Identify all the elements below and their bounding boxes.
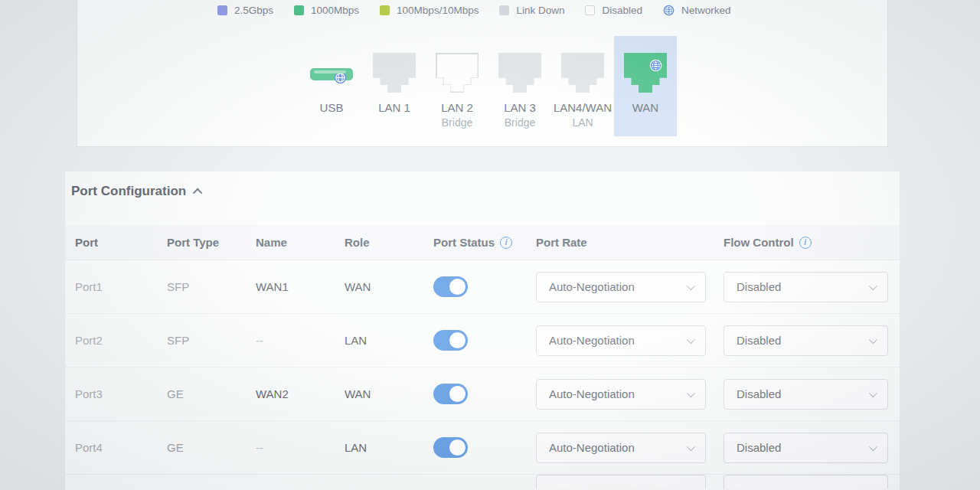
port-status-legend: 2.5Gbps 1000Mbps 100Mbps/10Mbps Link Dow… <box>217 5 731 16</box>
flow-control-select[interactable]: Disabled <box>724 433 888 463</box>
port-rate-select[interactable]: Auto-Negotiation <box>536 379 706 410</box>
port-label: LAN 2 <box>426 101 488 114</box>
role-cell: WAN <box>345 387 433 400</box>
ports-overview-card: 2.5Gbps 1000Mbps 100Mbps/10Mbps Link Dow… <box>77 0 888 147</box>
flow-control-info-icon[interactable] <box>799 237 812 249</box>
ethernet-port-icon <box>436 53 479 93</box>
port-item-lan4-wan[interactable]: LAN4/WAN LAN <box>551 36 614 136</box>
chevron-down-icon <box>687 281 695 289</box>
chevron-down-icon <box>869 281 877 289</box>
port-configuration-section: Port Configuration Port Port Type Name R… <box>65 172 900 490</box>
flow-control-select[interactable]: Disabled <box>724 272 888 302</box>
flow-control-select[interactable] <box>724 475 888 488</box>
legend-item-link-down: Link Down <box>499 5 564 16</box>
legend-item-networked: Networked <box>663 5 731 16</box>
speed-2-5gbps-swatch <box>217 5 227 15</box>
port-configuration-table: Port Port Type Name Role Port Status Por… <box>65 225 900 488</box>
port-rate-select[interactable] <box>536 475 706 488</box>
legend-label: Networked <box>681 5 731 16</box>
port-rate-select[interactable]: Auto-Negotiation <box>536 325 706 356</box>
port-item-usb[interactable]: USB <box>300 36 363 136</box>
legend-item-disabled: Disabled <box>585 5 642 16</box>
table-row-partial <box>65 475 900 488</box>
link-down-swatch <box>499 5 509 15</box>
globe-icon <box>663 5 675 16</box>
port-item-wan[interactable]: WAN <box>614 36 677 136</box>
ports-row: USB LAN 1 LAN 2 Bridge LAN 3 Bridge LAN4… <box>300 36 677 136</box>
legend-label: 100Mbps/10Mbps <box>397 5 479 16</box>
flow-control-select[interactable]: Disabled <box>724 325 888 356</box>
legend-item-100mbps: 100Mbps/10Mbps <box>380 5 479 16</box>
collapse-chevron-icon[interactable] <box>193 188 203 198</box>
name-cell: -- <box>256 441 345 454</box>
column-header-port-rate: Port Rate <box>536 236 724 249</box>
port-configuration-header[interactable]: Port Configuration <box>71 184 202 199</box>
column-header-flow-control: Flow Control <box>724 236 900 249</box>
ethernet-port-icon <box>624 53 667 93</box>
port-type-cell: SFP <box>167 280 256 293</box>
port-type-cell: SFP <box>167 334 256 347</box>
ethernet-port-icon <box>561 53 604 93</box>
port-status-info-icon[interactable] <box>500 237 512 249</box>
port-cell: Port3 <box>75 387 167 400</box>
port-status-toggle[interactable] <box>433 330 468 351</box>
chevron-down-icon <box>687 388 695 397</box>
column-header-port-status: Port Status <box>433 236 536 249</box>
column-header-port-type: Port Type <box>167 236 256 249</box>
port-type-cell: GE <box>167 387 256 400</box>
name-cell: WAN2 <box>256 387 345 400</box>
port-label: WAN <box>614 101 677 114</box>
port-label: LAN 1 <box>363 101 426 114</box>
flow-control-select[interactable]: Disabled <box>724 379 888 410</box>
table-header-row: Port Port Type Name Role Port Status Por… <box>65 225 900 260</box>
section-title: Port Configuration <box>71 184 186 199</box>
port-cell: Port2 <box>75 334 167 347</box>
usb-icon <box>300 51 363 93</box>
port-status-toggle[interactable] <box>433 437 468 458</box>
port-item-lan3[interactable]: LAN 3 Bridge <box>488 36 551 136</box>
legend-item-1000mbps: 1000Mbps <box>294 5 359 16</box>
port-label: LAN4/WAN <box>551 101 614 114</box>
legend-label: Link Down <box>516 5 564 16</box>
legend-item-2-5gbps: 2.5Gbps <box>217 5 273 16</box>
port-status-toggle[interactable] <box>433 276 468 297</box>
name-cell: WAN1 <box>256 280 345 293</box>
column-header-name: Name <box>256 236 345 249</box>
legend-label: Disabled <box>602 5 642 16</box>
port-cell: Port4 <box>75 441 167 454</box>
port-label: LAN 3 <box>488 101 551 114</box>
port-sublabel: Bridge <box>426 116 488 129</box>
speed-1000mbps-swatch <box>294 5 304 15</box>
port-item-lan1[interactable]: LAN 1 <box>363 36 426 136</box>
table-row-port3: Port3 GE WAN2 WAN Auto-Negotiation Disab… <box>65 368 900 421</box>
column-header-port: Port <box>75 236 167 249</box>
port-sublabel: LAN <box>551 116 614 129</box>
port-sublabel: Bridge <box>488 116 551 129</box>
port-label: USB <box>300 101 363 114</box>
ethernet-port-icon <box>373 53 416 93</box>
table-row-port2: Port2 SFP -- LAN Auto-Negotiation Disabl… <box>65 314 900 368</box>
role-cell: LAN <box>345 441 433 454</box>
role-cell: WAN <box>345 280 433 293</box>
speed-100mbps-swatch <box>380 5 390 15</box>
ethernet-port-icon <box>498 53 541 93</box>
chevron-down-icon <box>869 388 877 397</box>
chevron-down-icon <box>687 335 695 343</box>
chevron-down-icon <box>687 442 695 450</box>
port-type-cell: GE <box>167 441 256 454</box>
column-header-role: Role <box>345 236 433 249</box>
legend-label: 1000Mbps <box>311 5 359 16</box>
disabled-swatch <box>585 5 595 15</box>
port-status-toggle[interactable] <box>433 384 468 404</box>
table-row-port1: Port1 SFP WAN1 WAN Auto-Negotiation Disa… <box>65 260 900 314</box>
chevron-down-icon <box>869 335 877 343</box>
legend-label: 2.5Gbps <box>234 5 273 16</box>
chevron-down-icon <box>869 442 877 450</box>
port-rate-select[interactable]: Auto-Negotiation <box>536 272 706 302</box>
port-rate-select[interactable]: Auto-Negotiation <box>536 433 706 463</box>
port-cell: Port1 <box>75 280 167 293</box>
networked-globe-badge <box>649 59 662 72</box>
port-item-lan2[interactable]: LAN 2 Bridge <box>426 36 488 136</box>
table-row-port4: Port4 GE -- LAN Auto-Negotiation Disable… <box>65 421 900 475</box>
role-cell: LAN <box>345 334 433 347</box>
